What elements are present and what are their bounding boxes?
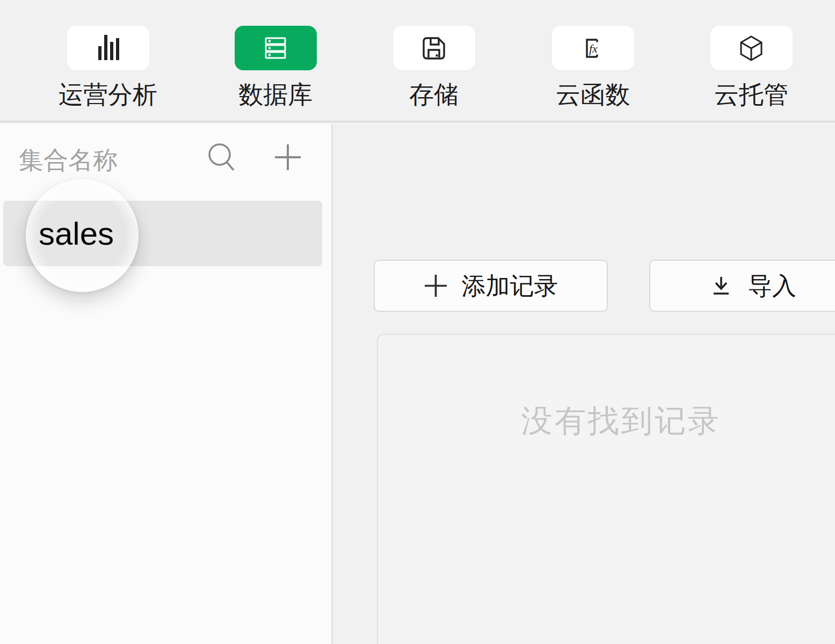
tab-cloud-functions[interactable]: fx 云函数 [534, 0, 652, 122]
tab-database-button[interactable] [235, 26, 317, 70]
tab-cloud-functions-label: 云函数 [556, 81, 630, 108]
collection-item-sales-name: sales [39, 215, 114, 252]
tab-storage-label: 存储 [409, 81, 459, 108]
tab-cloud-hosting-button[interactable] [710, 26, 793, 70]
plus-icon [424, 274, 448, 298]
top-toolbar: 运营分析 数据库 [0, 0, 835, 122]
search-icon [207, 143, 235, 172]
tab-storage-button[interactable] [393, 26, 475, 70]
tab-database-label: 数据库 [238, 81, 313, 108]
tab-operations-analysis[interactable]: 运营分析 [49, 0, 167, 122]
floppy-disk-icon [419, 34, 448, 63]
plus-icon [274, 143, 302, 171]
collection-name-label: 集合名称 [19, 144, 118, 177]
add-record-label: 添加记录 [462, 270, 558, 302]
tab-cloud-hosting[interactable]: 云托管 [692, 0, 810, 122]
search-collections-button[interactable] [206, 142, 236, 172]
import-button[interactable]: 导入 [649, 260, 835, 312]
function-fx-icon: fx [578, 34, 607, 63]
svg-text:fx: fx [589, 42, 598, 55]
collections-sidebar: 集合名称 sales [0, 124, 331, 644]
records-main-area: 添加记录 导入 没有找到记录 [333, 124, 835, 644]
cloud-console-window: 运营分析 数据库 [0, 0, 835, 644]
tab-storage[interactable]: 存储 [375, 0, 493, 122]
import-label: 导入 [748, 270, 796, 302]
add-collection-button[interactable] [273, 142, 303, 172]
collection-item-sales[interactable]: sales [3, 201, 322, 266]
database-icon [261, 34, 290, 63]
tab-cloud-functions-button[interactable]: fx [552, 26, 634, 70]
tab-database[interactable]: 数据库 [216, 0, 335, 122]
add-record-button[interactable]: 添加记录 [374, 260, 608, 312]
records-panel: 没有找到记录 [377, 334, 835, 644]
empty-state-text: 没有找到记录 [378, 400, 835, 442]
tab-operations-analysis-button[interactable] [67, 26, 149, 70]
bar-chart-icon [93, 34, 122, 63]
tab-operations-analysis-label: 运营分析 [59, 81, 157, 108]
download-import-icon [708, 273, 734, 299]
cube-icon [737, 34, 766, 63]
tab-cloud-hosting-label: 云托管 [714, 81, 788, 108]
